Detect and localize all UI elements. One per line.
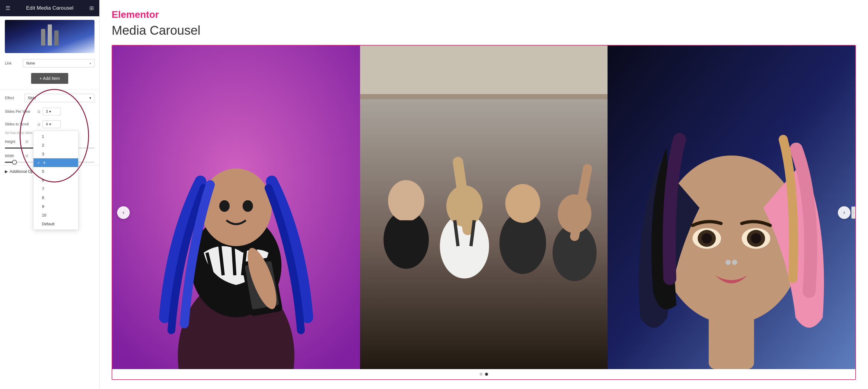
carousel-dot-2[interactable] (485, 373, 488, 376)
main-content: Elementor Media Carousel (100, 0, 868, 389)
carousel-title: Media Carousel (112, 23, 856, 38)
dropdown-label-5: 5 (42, 169, 44, 174)
collapse-handle[interactable]: ‹ (851, 206, 856, 219)
carousel-slide-1 (112, 45, 360, 369)
dropdown-label-7: 7 (42, 187, 44, 191)
dropdown-label-10: 10 (42, 213, 46, 218)
svg-point-30 (702, 233, 712, 244)
monitor-icon-2: 🖥 (37, 122, 41, 127)
svg-point-35 (732, 260, 737, 265)
slides-per-view-select[interactable]: 3 ▾ (42, 108, 61, 116)
slides-to-scroll-dropdown: 1 2 3 ✓ 4 5 6 7 8 9 10 Default (33, 131, 79, 230)
slides-to-scroll-arrow-icon: ▾ (49, 122, 51, 126)
dropdown-label-default: Default (42, 222, 54, 226)
svg-point-33 (751, 233, 761, 244)
carousel-dots (112, 369, 855, 379)
slides-to-scroll-label: Slides to Scroll (5, 122, 35, 126)
carousel-slide-2 (360, 45, 608, 369)
link-arrow-icon: ▾ (90, 62, 91, 65)
slides-per-view-row: Slides Per View 🖥 3 ▾ (0, 105, 99, 118)
svg-point-5 (243, 200, 253, 212)
hamburger-icon[interactable]: ☰ (5, 5, 10, 11)
carousel-prev-button[interactable]: ‹ (117, 206, 130, 219)
dropdown-option-9[interactable]: 9 (33, 202, 78, 211)
sidebar-title: Edit Media Carousel (26, 5, 74, 11)
dropdown-label-1: 1 (42, 134, 44, 139)
sidebar: ☰ Edit Media Carousel ⊞ Link None ▾ (0, 0, 100, 389)
dropdown-option-10[interactable]: 10 (33, 211, 78, 220)
height-label: Height (5, 140, 23, 144)
chevron-right-icon: ▶ (5, 169, 8, 174)
svg-point-3 (200, 168, 272, 247)
svg-point-14 (388, 180, 424, 221)
carousel-dot-1[interactable] (479, 373, 483, 376)
slides-per-view-value: 3 (46, 109, 48, 114)
effect-value: Slide (28, 96, 36, 100)
dropdown-option-7[interactable]: 7 (33, 185, 78, 193)
monitor-icon-3: 🖥 (25, 139, 29, 144)
dropdown-label-3: 3 (42, 152, 44, 156)
link-field-row: Link None ▾ (0, 57, 99, 70)
effect-select[interactable]: Slide ▾ (25, 94, 94, 102)
dropdown-label-8: 8 (42, 195, 44, 200)
add-item-row: + Add Item (0, 70, 99, 88)
preview-figure-1 (41, 29, 45, 45)
preview-figure-3 (54, 30, 59, 45)
width-slider-thumb[interactable] (12, 160, 17, 165)
slide-1-image (112, 45, 360, 369)
effect-arrow-icon: ▾ (89, 96, 91, 100)
link-select[interactable]: None ▾ (23, 59, 94, 68)
monitor-icon-1: 🖥 (37, 109, 41, 114)
svg-rect-11 (360, 45, 608, 97)
sidebar-header: ☰ Edit Media Carousel ⊞ (0, 0, 99, 16)
link-label: Link (5, 61, 20, 65)
width-label: Width (5, 154, 23, 158)
monitor-icon-4: 🖥 (25, 154, 29, 158)
dropdown-label-4: 4 (43, 160, 45, 165)
dropdown-label-6: 6 (42, 178, 44, 183)
effect-label: Effect (5, 96, 22, 100)
slides-per-view-arrow-icon: ▾ (49, 109, 51, 114)
brand-logo: Elementor (112, 9, 856, 20)
image-preview (5, 20, 94, 53)
divider-1 (0, 89, 99, 90)
slides-per-view-label: Slides Per View (5, 109, 35, 114)
svg-point-4 (219, 200, 230, 212)
effect-row: Effect Slide ▾ (0, 91, 99, 105)
checkmark-icon: ✓ (37, 161, 40, 165)
dropdown-option-8[interactable]: 8 (33, 193, 78, 202)
carousel-container: ‹ › ‹ (112, 45, 856, 380)
link-value: None (26, 61, 35, 65)
add-item-button[interactable]: + Add Item (31, 73, 68, 84)
carousel-slides (112, 45, 855, 369)
sidebar-body: Link None ▾ + Add Item Effect Slide ▾ Sl… (0, 16, 99, 389)
image-preview-inner (5, 20, 94, 53)
slide-3-image (608, 45, 855, 369)
dropdown-option-5[interactable]: 5 (33, 167, 78, 176)
carousel-next-button[interactable]: › (838, 206, 850, 219)
preview-figures (41, 25, 59, 48)
slides-to-scroll-select[interactable]: 4 ▾ (42, 120, 61, 128)
dropdown-option-1[interactable]: 1 (33, 132, 78, 141)
grid-icon[interactable]: ⊞ (89, 5, 94, 11)
dropdown-option-3[interactable]: 3 (33, 150, 78, 158)
dropdown-option-default[interactable]: Default (33, 220, 78, 228)
svg-rect-12 (360, 94, 608, 99)
dropdown-label-9: 9 (42, 204, 44, 209)
dropdown-label-2: 2 (42, 143, 44, 148)
dropdown-option-2[interactable]: 2 (33, 141, 78, 150)
svg-point-34 (725, 260, 731, 265)
carousel-slide-3 (608, 45, 855, 369)
slide-2-image (360, 45, 608, 369)
svg-point-19 (505, 184, 540, 223)
preview-figure-2 (48, 25, 52, 45)
slides-to-scroll-row: Slides to Scroll 🖥 4 ▾ 1 2 3 ✓ 4 5 6 7 8… (0, 118, 99, 131)
slides-to-scroll-value: 4 (46, 122, 48, 126)
dropdown-option-6[interactable]: 6 (33, 176, 78, 185)
dropdown-option-4[interactable]: ✓ 4 (33, 158, 78, 167)
